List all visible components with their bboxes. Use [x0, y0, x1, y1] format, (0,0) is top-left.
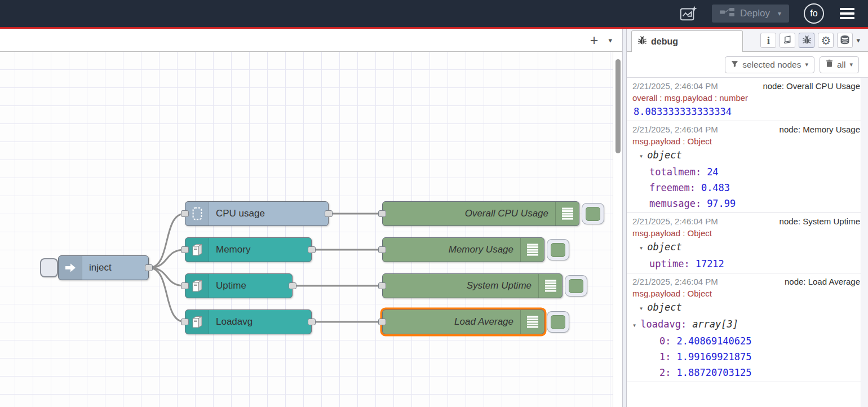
flow-list-caret-icon[interactable]: ▾ [608, 36, 612, 45]
debug-toolbar: selected nodes ▾ all ▾ [627, 52, 868, 78]
node-debug-memory-usage[interactable]: Memory Usage [382, 237, 544, 262]
input-port[interactable] [378, 318, 386, 325]
tab-debug[interactable]: debug [631, 30, 743, 52]
help-tab-button[interactable] [780, 33, 795, 48]
debug-list-icon [555, 202, 579, 225]
wire[interactable] [149, 268, 185, 286]
message-source-node[interactable]: node: System Uptime [780, 215, 860, 227]
object-label: object [647, 241, 681, 253]
sidebar: debug i [627, 29, 868, 407]
context-data-tab-button[interactable] [837, 33, 853, 48]
message-source-node[interactable]: node: Load Average [785, 276, 860, 287]
output-port[interactable] [289, 282, 296, 289]
input-port[interactable] [181, 210, 189, 217]
info-icon: i [767, 34, 770, 47]
wires-layer [0, 52, 613, 407]
database-icon [840, 35, 850, 46]
output-port[interactable] [145, 264, 153, 271]
node-label: Uptime [209, 280, 253, 291]
message-timestamp: 2/21/2025, 2:46:04 PM [632, 123, 718, 135]
message-timestamp: 2/21/2025, 2:46:04 PM [632, 80, 718, 92]
node-uptime[interactable]: Uptime [185, 273, 293, 298]
debug-list-icon [538, 274, 562, 298]
message-source-node[interactable]: node: Overall CPU Usage [763, 80, 860, 92]
input-port[interactable] [181, 282, 189, 289]
sidebar-icon-buttons: i [760, 33, 860, 51]
avatar-initials: fo [810, 8, 817, 19]
deploy-caret-icon[interactable]: ▾ [778, 10, 781, 17]
node-loadavg[interactable]: Loadavg [185, 309, 312, 334]
node-memory[interactable]: Memory [185, 237, 312, 262]
object-key: totalmem: [649, 166, 701, 178]
user-avatar[interactable]: fo [804, 3, 824, 24]
debug-tab-button[interactable] [799, 33, 814, 48]
debug-filter-button[interactable]: selected nodes ▾ [725, 56, 814, 73]
trash-icon [826, 59, 833, 70]
debug-message-list[interactable]: 2/21/2025, 2:46:04 PM node: Overall CPU … [627, 78, 868, 407]
collapse-caret-icon[interactable]: ▾ [639, 304, 643, 312]
node-label: System Uptime [383, 280, 538, 291]
input-port[interactable] [378, 246, 386, 253]
computer-tower-icon [185, 238, 209, 262]
collapse-caret-icon[interactable]: ▾ [639, 152, 643, 160]
node-cpu-usage[interactable]: CPU usage [185, 201, 329, 226]
sidebar-splitter[interactable] [622, 29, 627, 407]
scrollbar-thumb[interactable] [615, 59, 621, 153]
clear-caret-icon: ▾ [849, 61, 853, 68]
main-menu-icon[interactable] [839, 6, 856, 21]
computer-tower-icon [185, 274, 209, 298]
info-tab-button[interactable]: i [760, 33, 776, 48]
message-source-node[interactable]: node: Memory Usage [780, 123, 860, 135]
sidebar-tabbar: debug i [627, 29, 868, 52]
canvas-vertical-scrollbar[interactable] [613, 52, 622, 407]
sidebar-tabs-caret-icon[interactable]: ▾ [856, 36, 860, 45]
input-port[interactable] [378, 210, 386, 217]
node-debug-system-uptime[interactable]: System Uptime [382, 273, 563, 298]
output-port[interactable] [308, 318, 316, 325]
object-key: memusage: [649, 198, 701, 209]
object-key: loadavg: [640, 318, 687, 330]
deploy-button[interactable]: Deploy ▾ [712, 5, 789, 23]
node-label: Load Average [383, 316, 520, 328]
node-label: Loadavg [209, 316, 259, 328]
wire[interactable] [149, 250, 185, 268]
bug-icon [637, 36, 647, 47]
debug-enable-toggle[interactable] [547, 239, 569, 260]
collapse-caret-icon[interactable]: ▾ [639, 244, 643, 252]
debug-enable-toggle[interactable] [582, 203, 604, 224]
debug-clear-button[interactable]: all ▾ [820, 56, 859, 73]
input-port[interactable] [181, 318, 189, 325]
node-label: inject [82, 262, 118, 273]
debug-enable-toggle[interactable] [565, 275, 587, 297]
clear-label: all [837, 60, 846, 70]
inject-trigger-button[interactable] [40, 258, 58, 277]
add-flow-button[interactable]: + [590, 33, 599, 47]
object-value: 97.99 [707, 198, 736, 209]
flow-canvas[interactable]: inject CPU usage [0, 52, 613, 407]
collapse-caret-icon[interactable]: ▾ [632, 321, 636, 329]
flow-chart-sparkle-icon[interactable] [679, 5, 697, 23]
array-value: 2.40869140625 [676, 335, 751, 347]
input-port[interactable] [378, 282, 386, 289]
filter-label: selected nodes [742, 60, 801, 70]
output-port[interactable] [325, 210, 333, 217]
filter-funnel-icon [731, 60, 738, 70]
input-port[interactable] [181, 246, 189, 253]
gear-icon: ⚙ [821, 35, 831, 46]
config-nodes-tab-button[interactable]: ⚙ [818, 33, 834, 48]
node-debug-load-average[interactable]: Load Average [382, 309, 544, 334]
output-port[interactable] [308, 246, 316, 253]
debug-enable-toggle[interactable] [547, 311, 569, 333]
bug-icon [802, 35, 812, 46]
node-inject[interactable]: inject [58, 255, 149, 280]
object-key: freemem: [649, 182, 696, 193]
message-property-path: msg.payload : Object [632, 287, 860, 299]
node-debug-overall-cpu-usage[interactable]: Overall CPU Usage [382, 201, 579, 226]
array-index: 2: [659, 367, 671, 378]
object-label: object [647, 302, 681, 313]
message-timestamp: 2/21/2025, 2:46:04 PM [632, 215, 718, 227]
node-red-app: Deploy ▾ fo + ▾ [0, 0, 868, 407]
array-index: 1: [659, 351, 671, 362]
cpu-chip-icon [185, 202, 209, 225]
object-label: object [647, 149, 681, 161]
